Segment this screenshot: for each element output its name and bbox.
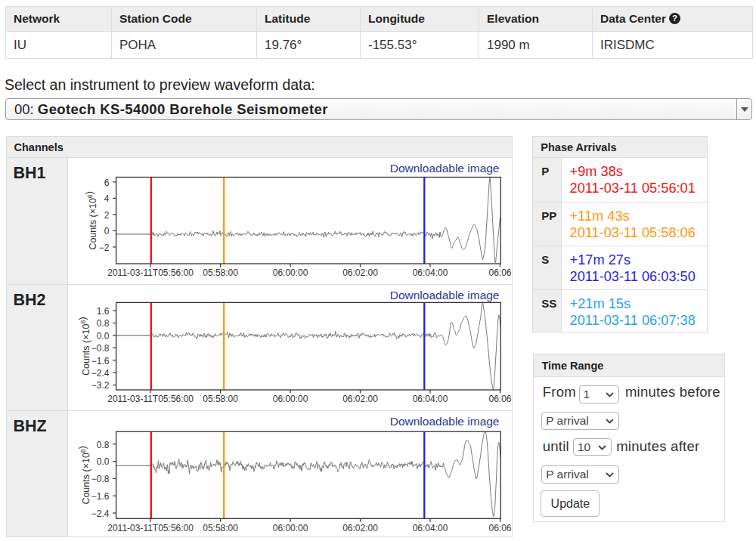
svg-text:?: ? [672,14,677,23]
